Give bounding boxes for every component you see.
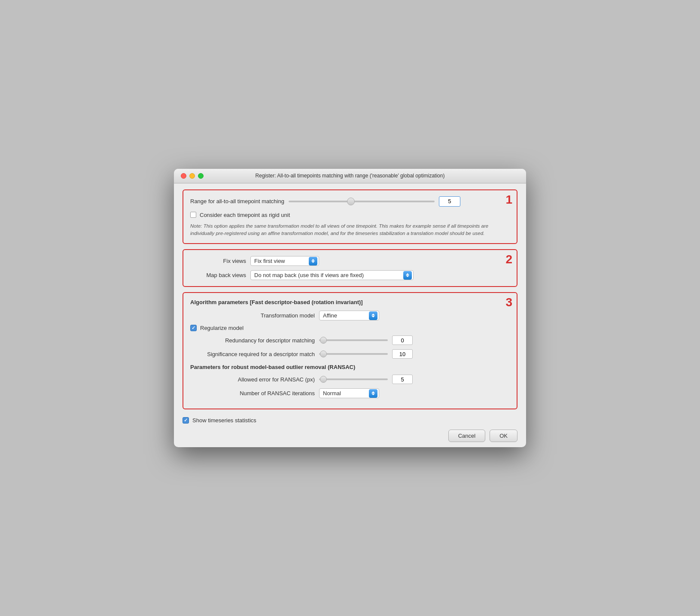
- ransac-iter-select[interactable]: Normal Low High Very High: [319, 388, 379, 398]
- rigid-unit-checkbox[interactable]: [190, 212, 196, 218]
- significance-slider: [319, 353, 388, 355]
- algo-title: Algorithm parameters [Fast descriptor-ba…: [190, 299, 510, 305]
- significance-slider-thumb[interactable]: [320, 351, 327, 357]
- ransac-iter-row: Number of RANSAC iterations Normal Low H…: [190, 388, 510, 398]
- section-3: 3 Algorithm parameters [Fast descriptor-…: [183, 292, 517, 409]
- minimize-button[interactable]: [189, 173, 195, 179]
- ransac-title: Parameters for robust model-based outlie…: [190, 364, 510, 370]
- range-slider-track: [289, 201, 435, 202]
- fix-views-select-wrapper: Fix first view Do not fix views Fix all …: [250, 256, 319, 266]
- redundancy-input[interactable]: [392, 335, 413, 345]
- rigid-unit-label: Consider each timepoint as rigid unit: [200, 212, 290, 218]
- ransac-iter-select-wrapper: Normal Low High Very High: [319, 388, 379, 398]
- button-row: Cancel OK: [183, 430, 517, 445]
- ransac-error-row: Allowed error for RANSAC (px): [190, 375, 510, 384]
- significance-row: Significance required for a descriptor m…: [190, 349, 510, 359]
- redundancy-row: Redundancy for descriptor matching: [190, 335, 510, 345]
- close-button[interactable]: [181, 173, 186, 179]
- section-3-number: 3: [505, 296, 512, 308]
- ransac-error-slider: [319, 378, 388, 380]
- fix-views-row: Fix views Fix first view Do not fix view…: [190, 256, 510, 266]
- titlebar: Register: All-to-all timepoints matching…: [174, 169, 526, 183]
- show-stats-label: Show timeseries statistics: [192, 417, 256, 424]
- range-row: Range for all-to-all timepoint matching: [190, 196, 510, 207]
- ransac-iter-label: Number of RANSAC iterations: [190, 390, 315, 396]
- section-2-number: 2: [505, 253, 512, 265]
- map-back-label: Map back views: [190, 272, 246, 278]
- note-text: Note: This option applies the same trans…: [190, 223, 510, 238]
- cancel-button[interactable]: Cancel: [448, 430, 485, 442]
- significance-label: Significance required for a descriptor m…: [190, 351, 315, 357]
- regularize-label: Regularize model: [200, 325, 243, 331]
- ransac-error-label: Allowed error for RANSAC (px): [190, 376, 315, 383]
- show-stats-checkbox[interactable]: [183, 417, 189, 424]
- transform-select-wrapper: Affine Rigid Translation: [319, 311, 379, 320]
- map-back-select-wrapper: Do not map back (use this if views are f…: [250, 270, 414, 280]
- ransac-error-input[interactable]: [392, 375, 413, 384]
- maximize-button[interactable]: [198, 173, 204, 179]
- fix-views-select[interactable]: Fix first view Do not fix views Fix all …: [250, 256, 319, 266]
- regularize-row: Regularize model: [190, 325, 510, 331]
- map-back-row: Map back views Do not map back (use this…: [190, 270, 510, 280]
- section-1: 1 Range for all-to-all timepoint matchin…: [183, 189, 517, 244]
- regularize-checkbox[interactable]: [190, 325, 197, 331]
- range-slider-thumb[interactable]: [347, 198, 355, 205]
- section-1-number: 1: [505, 194, 512, 206]
- transform-model-row: Transformation model Affine Rigid Transl…: [190, 311, 510, 320]
- window-title: Register: All-to-all timepoints matching…: [256, 173, 445, 179]
- show-stats-row: Show timeseries statistics: [183, 417, 517, 424]
- redundancy-slider-thumb[interactable]: [320, 337, 327, 344]
- ransac-error-slider-thumb[interactable]: [320, 376, 327, 383]
- significance-input[interactable]: [392, 349, 413, 359]
- range-label: Range for all-to-all timepoint matching: [190, 198, 284, 204]
- main-content: 1 Range for all-to-all timepoint matchin…: [174, 183, 526, 418]
- bottom-area: Show timeseries statistics Cancel OK: [174, 417, 526, 447]
- section-2: 2 Fix views Fix first view Do not fix vi…: [183, 249, 517, 287]
- rigid-unit-row: Consider each timepoint as rigid unit: [190, 212, 510, 218]
- ok-button[interactable]: OK: [490, 430, 517, 442]
- redundancy-slider: [319, 339, 388, 341]
- range-value-input[interactable]: [439, 196, 460, 207]
- traffic-lights: [181, 173, 204, 179]
- redundancy-label: Redundancy for descriptor matching: [190, 337, 315, 344]
- transform-label: Transformation model: [190, 312, 315, 319]
- fix-views-label: Fix views: [190, 258, 246, 264]
- map-back-select[interactable]: Do not map back (use this if views are f…: [250, 270, 414, 280]
- main-window: Register: All-to-all timepoints matching…: [174, 169, 526, 448]
- transform-select[interactable]: Affine Rigid Translation: [319, 311, 379, 320]
